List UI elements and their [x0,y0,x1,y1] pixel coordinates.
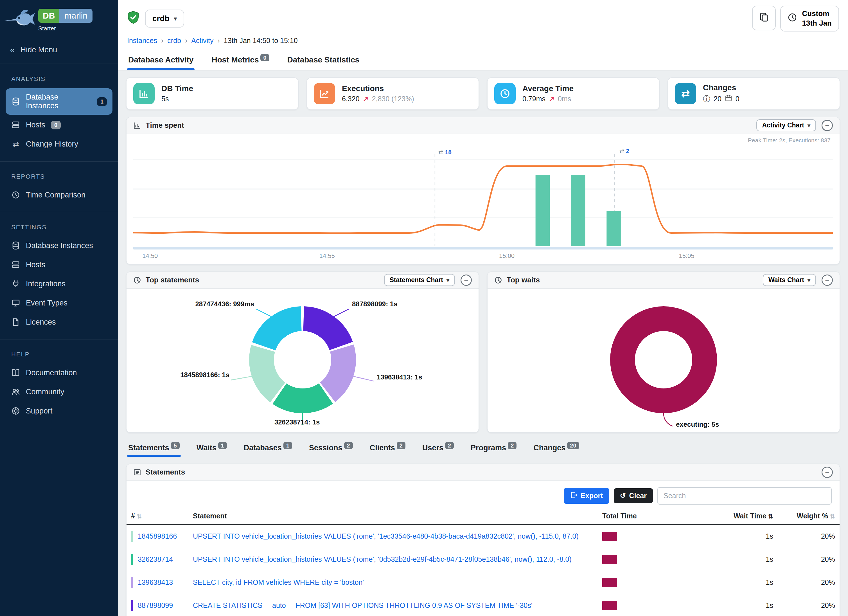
event-types-icon [11,298,20,307]
brand-logo: DB marlin Starter [0,0,118,38]
tab-clients[interactable]: Clients2 [369,439,406,457]
sidebar-item-licences[interactable]: Licences [6,313,113,331]
column-header-statement[interactable]: Statement [188,510,598,525]
instance-selector[interactable]: crdb ▾ [145,10,184,28]
main-tabs: Database Activity Host Metrics0 Database… [127,52,839,70]
executions-bar[interactable] [571,175,586,246]
tab-sessions[interactable]: Sessions2 [308,439,354,457]
sidebar-item-integrations[interactable]: Integrations [6,275,113,293]
database-icon [11,97,20,106]
marlin-fish-icon [3,8,36,33]
export-button[interactable]: Export [564,488,609,504]
executions-bar[interactable] [606,211,621,246]
column-header-wait-time[interactable]: Wait Time⇅ [665,510,778,525]
leader-line [334,309,348,316]
statement-link[interactable]: UPSERT INTO vehicle_location_histories V… [193,532,579,540]
page-content: DB Time 5s Executions 6,320 ↗ [118,71,848,616]
kpi-average-time: Average Time 0.79ms ↗ 0ms [487,77,660,110]
detail-tabs: Statements5 Waits1 Databases1 Sessions2 … [126,439,840,457]
waits-chart-select[interactable]: Waits Chart ▾ [763,274,816,286]
health-shield-icon [127,11,139,27]
statements-donut-chart: 887898099: 1s 139638413: 1s 326238714: 1… [126,289,479,432]
sidebar-item-database-instances[interactable]: Database Instances 1 [6,88,113,115]
panel-title: Top statements [146,276,199,284]
clear-button[interactable]: ↺ Clear [614,488,653,503]
sidebar-item-hosts[interactable]: Hosts 0 [6,116,113,134]
sort-icon-active: ⇅ [768,513,773,520]
statement-id-link[interactable]: 326238714 [138,555,173,563]
pie-chart-icon [494,276,502,284]
tab-database-activity[interactable]: Database Activity [127,52,194,70]
collapse-panel-button[interactable]: − [821,275,833,286]
column-header-weight[interactable]: Weight %⇅ [778,510,839,525]
activity-chart-select[interactable]: Activity Chart ▾ [756,119,816,131]
statements-panel: Statements − Export ↺ [126,463,840,616]
weight-value: 20% [778,594,839,616]
statement-id-link[interactable]: 1845898166 [138,532,177,540]
executions-bar[interactable] [536,175,550,246]
sidebar-item-support[interactable]: Support [6,402,113,420]
breadcrumb-activity[interactable]: Activity [191,37,213,45]
statement-link[interactable]: SELECT city, id FROM vehicles WHERE city… [193,578,364,586]
x-axis: 14:50 14:55 15:00 15:05 [133,251,833,262]
statement-color-chip [131,531,133,542]
kpi-db-time: DB Time 5s [126,77,299,110]
change-annotation[interactable]: ⇄ 2 [620,148,629,154]
time-range-button[interactable]: Custom 13th Jan [780,6,839,31]
leader-line [664,413,673,426]
count-badge: 1 [97,97,107,106]
main-area: crdb ▾ [118,0,848,616]
search-input[interactable] [657,487,832,505]
donut-slice-executing[interactable] [623,319,704,401]
statement-color-chip [131,554,133,565]
tab-users[interactable]: Users2 [421,439,455,457]
kpi-row: DB Time 5s Executions 6,320 ↗ [126,77,840,110]
statement-id-link[interactable]: 139638413 [138,578,173,586]
sidebar-item-event-types[interactable]: Event Types [6,294,113,312]
sidebar-item-community[interactable]: Community [6,383,113,401]
copy-link-button[interactable] [752,6,776,30]
hide-menu-button[interactable]: « Hide Menu [0,38,118,64]
tab-changes[interactable]: Changes20 [532,439,580,457]
sidebar-item-documentation[interactable]: Documentation [6,364,113,382]
slice-label: 1845898166: 1s [180,371,230,379]
statements-chart-select[interactable]: Statements Chart ▾ [384,274,455,286]
bar-chart-icon [133,122,141,129]
brand-wordmark: DB marlin [38,9,92,23]
tab-host-metrics[interactable]: Host Metrics0 [210,52,270,70]
breadcrumb-instances[interactable]: Instances [127,37,157,45]
breadcrumb-crdb[interactable]: crdb [167,37,181,45]
sidebar-item-hosts-settings[interactable]: Hosts [6,256,113,274]
statement-id-link[interactable]: 887898099 [138,601,173,610]
info-icon: ⓘ [703,94,710,104]
book-icon [11,368,20,377]
collapse-panel-button[interactable]: − [461,275,472,286]
time-spent-chart: Peak Time: 2s, Executions: 837 ⇄ [126,134,839,264]
tab-programs[interactable]: Programs2 [470,439,517,457]
activity-line-chart[interactable] [133,148,833,246]
tab-databases[interactable]: Databases1 [243,439,293,457]
column-header-id[interactable]: #⇅ [126,510,188,525]
change-annotation[interactable]: ⇄ 18 [438,149,452,156]
weight-value: 20% [778,525,839,548]
database-icon [11,241,20,250]
column-header-total-time[interactable]: Total Time [598,510,665,525]
collapse-panel-button[interactable]: − [821,120,833,131]
chart-navigator[interactable] [133,247,833,249]
tab-statements[interactable]: Statements5 [127,439,181,457]
tab-waits[interactable]: Waits1 [196,439,228,457]
count-badge: 20 [567,442,579,449]
collapse-panel-button[interactable]: − [821,467,833,478]
statement-link[interactable]: CREATE STATISTICS __auto__ FROM [63] WIT… [193,601,532,609]
sidebar-item-time-comparison[interactable]: Time Comparison [6,186,113,204]
table-row: 326238714 UPSERT INTO vehicle_location_h… [126,548,839,571]
calendar-icon [725,95,732,104]
total-time-bar [602,555,617,564]
sidebar-item-database-instances-settings[interactable]: Database Instances [6,236,113,255]
sidebar-item-change-history[interactable]: ⇄ Change History [6,135,113,153]
leader-line [256,309,271,316]
total-time-bar [602,601,617,610]
count-badge: 0 [51,121,61,129]
tab-database-statistics[interactable]: Database Statistics [286,52,361,70]
statement-link[interactable]: UPSERT INTO vehicle_location_histories V… [193,555,572,563]
